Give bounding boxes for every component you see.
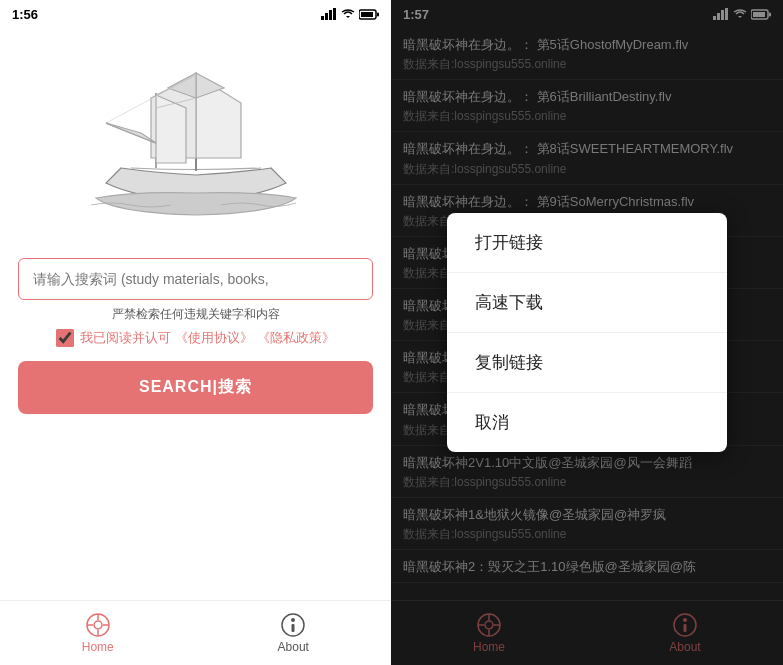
terms-text: 严禁检索任何违规关键字和内容 bbox=[0, 306, 391, 323]
nav-home-label-left: Home bbox=[82, 640, 114, 654]
svg-point-15 bbox=[94, 621, 102, 629]
checkbox-row: 我已阅读并认可 《使用协议》 《隐私政策》 bbox=[0, 329, 391, 347]
search-input[interactable] bbox=[18, 258, 373, 300]
svg-rect-2 bbox=[329, 10, 332, 20]
context-menu-item-3[interactable]: 取消 bbox=[447, 393, 727, 452]
svg-rect-7 bbox=[377, 12, 379, 16]
context-menu-item-2[interactable]: 复制链接 bbox=[447, 333, 727, 393]
terms-checkbox[interactable] bbox=[56, 329, 74, 347]
context-menu-item-0[interactable]: 打开链接 bbox=[447, 213, 727, 273]
context-menu-overlay: 打开链接高速下载复制链接取消 bbox=[391, 0, 783, 665]
context-menu-item-1[interactable]: 高速下载 bbox=[447, 273, 727, 333]
nav-about-left[interactable]: About bbox=[196, 612, 392, 654]
signal-icon bbox=[321, 8, 337, 20]
svg-rect-6 bbox=[361, 12, 373, 17]
battery-icon bbox=[359, 9, 379, 20]
right-panel: 1:57 暗黑破坏神在身边。： 第5话GhostofMyDream.flv bbox=[391, 0, 783, 665]
svg-point-21 bbox=[291, 618, 295, 622]
wifi-icon bbox=[341, 9, 355, 20]
svg-rect-22 bbox=[292, 624, 295, 632]
search-button[interactable]: SEARCH|搜索 bbox=[18, 361, 373, 414]
svg-rect-3 bbox=[333, 8, 336, 20]
privacy-link[interactable]: 《隐私政策》 bbox=[257, 330, 335, 345]
about-icon-left bbox=[280, 612, 306, 638]
time-left: 1:56 bbox=[12, 7, 321, 22]
nav-home-left[interactable]: Home bbox=[0, 612, 196, 654]
svg-marker-4 bbox=[346, 16, 350, 18]
nav-about-label-left: About bbox=[278, 640, 309, 654]
search-input-container bbox=[18, 258, 373, 300]
home-icon-left bbox=[85, 612, 111, 638]
terms-link[interactable]: 《使用协议》 bbox=[175, 330, 253, 345]
svg-rect-1 bbox=[325, 13, 328, 20]
ship-svg bbox=[76, 43, 316, 243]
ship-image bbox=[66, 38, 326, 248]
checkbox-label: 我已阅读并认可 《使用协议》 《隐私政策》 bbox=[80, 329, 334, 347]
bottom-nav-left: Home About bbox=[0, 600, 391, 665]
status-bar-left: 1:56 bbox=[0, 0, 391, 28]
svg-rect-0 bbox=[321, 16, 324, 20]
status-icons-left bbox=[321, 8, 379, 20]
left-panel: 1:56 bbox=[0, 0, 391, 665]
context-menu: 打开链接高速下载复制链接取消 bbox=[447, 213, 727, 452]
